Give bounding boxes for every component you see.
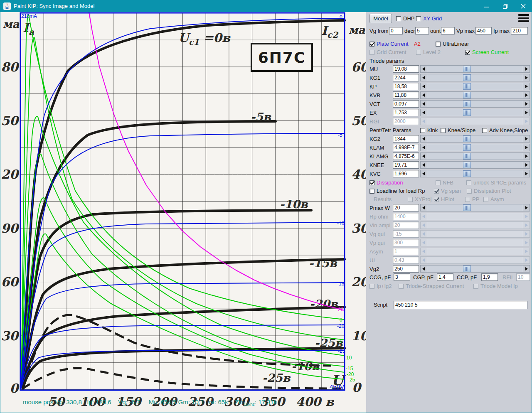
scrollbar-right-arrow[interactable]	[523, 266, 530, 272]
scrollbar-right-arrow[interactable]	[523, 83, 530, 90]
scrollbar-thumb[interactable]	[463, 83, 471, 90]
param-input[interactable]	[393, 152, 419, 160]
close-button[interactable]	[514, 0, 532, 12]
knee-slope-checkbox[interactable]	[441, 128, 446, 133]
minimize-button[interactable]	[478, 0, 496, 12]
scrollbar-right-arrow[interactable]	[523, 170, 530, 177]
param-input[interactable]	[393, 74, 419, 81]
ip-max-input[interactable]	[511, 27, 528, 34]
param-scrollbar[interactable]	[420, 109, 530, 116]
asym-checkbox[interactable]	[483, 197, 488, 202]
param-scrollbar[interactable]	[420, 152, 530, 160]
scrollbar-right-arrow[interactable]	[523, 162, 530, 168]
param-input[interactable]	[393, 256, 419, 264]
param-input[interactable]	[393, 109, 419, 116]
title-bar[interactable]: Paint KIP: Sync Image and Model	[0, 0, 532, 12]
param-input[interactable]	[393, 204, 419, 211]
scrollbar-right-arrow[interactable]	[523, 92, 530, 98]
scrollbar-thumb[interactable]	[463, 170, 471, 177]
param-scrollbar[interactable]	[420, 204, 530, 211]
param-input[interactable]	[393, 135, 419, 143]
ccg-input[interactable]	[394, 273, 410, 281]
scrollbar-thumb[interactable]	[463, 153, 471, 160]
plate-current-checkbox[interactable]	[369, 42, 374, 47]
scrollbar-thumb[interactable]	[463, 66, 471, 72]
scrollbar-right-arrow[interactable]	[523, 101, 530, 107]
param-input[interactable]	[393, 213, 419, 220]
param-scrollbar[interactable]	[420, 161, 530, 169]
xy-grid-checkbox[interactable]	[416, 16, 421, 21]
param-input[interactable]	[393, 239, 419, 246]
param-scrollbar[interactable]	[420, 100, 530, 108]
dissipation-plot-checkbox[interactable]	[467, 189, 472, 194]
param-scrollbar[interactable]	[420, 265, 530, 273]
restore-button[interactable]	[496, 0, 514, 12]
scrollbar-left-arrow[interactable]	[421, 153, 427, 160]
scrollbar-left-arrow[interactable]	[421, 144, 427, 151]
ccp-input[interactable]	[481, 273, 498, 281]
scrollbar-thumb[interactable]	[463, 135, 471, 142]
scrollbar-thumb[interactable]	[463, 204, 471, 211]
scrollbar-right-arrow[interactable]	[523, 144, 530, 151]
hplot-checkbox[interactable]	[434, 197, 439, 202]
param-input[interactable]	[393, 144, 419, 151]
ip-ig2-checkbox[interactable]	[369, 284, 374, 289]
scrollbar-left-arrow[interactable]	[421, 66, 427, 72]
param-scrollbar[interactable]	[420, 170, 530, 177]
param-scrollbar[interactable]	[420, 135, 530, 143]
kink-checkbox[interactable]	[420, 128, 425, 133]
dissipation-checkbox[interactable]	[369, 180, 374, 185]
scrollbar-left-arrow[interactable]	[421, 170, 427, 177]
scrollbar-thumb[interactable]	[463, 74, 471, 81]
scrollbar-left-arrow[interactable]	[421, 92, 427, 98]
param-scrollbar[interactable]	[420, 83, 530, 90]
ultralinear-checkbox[interactable]	[436, 42, 441, 47]
scrollbar-right-arrow[interactable]	[523, 74, 530, 81]
scrollbar-thumb[interactable]	[463, 92, 471, 98]
param-input[interactable]	[393, 83, 419, 90]
scrollbar-right-arrow[interactable]	[523, 204, 530, 211]
pp-checkbox[interactable]	[465, 197, 470, 202]
scrollbar-thumb[interactable]	[463, 266, 471, 272]
scrollbar-thumb[interactable]	[463, 162, 471, 168]
triode-strapped-checkbox[interactable]	[399, 284, 404, 289]
param-input[interactable]	[393, 100, 419, 108]
scrollbar-left-arrow[interactable]	[421, 135, 427, 142]
tube-curves-canvas[interactable]: ма Ia Ic2 ма 180 150 120 90 60 30 0 60 5…	[0, 12, 366, 413]
scrollbar-thumb[interactable]	[463, 144, 471, 151]
param-scrollbar[interactable]	[420, 91, 530, 99]
vp-max-input[interactable]	[475, 27, 492, 34]
scrollbar-left-arrow[interactable]	[421, 74, 427, 81]
model-button[interactable]: Model	[369, 14, 392, 23]
unlock-spice-checkbox[interactable]	[466, 180, 471, 185]
param-input[interactable]	[393, 65, 419, 73]
param-input[interactable]	[393, 248, 419, 255]
scrollbar-left-arrow[interactable]	[421, 204, 427, 211]
loadline-checkbox[interactable]	[369, 189, 374, 194]
scrollbar-right-arrow[interactable]	[523, 135, 530, 142]
scrollbar-thumb[interactable]	[463, 109, 471, 116]
param-input[interactable]	[393, 230, 419, 238]
decr-input[interactable]	[415, 27, 429, 34]
param-input[interactable]	[393, 91, 419, 99]
param-input[interactable]	[393, 265, 419, 273]
script-input[interactable]	[394, 301, 527, 309]
count-input[interactable]	[441, 27, 455, 34]
scrollbar-left-arrow[interactable]	[421, 162, 427, 168]
scrollbar-right-arrow[interactable]	[523, 66, 530, 72]
screen-current-checkbox[interactable]	[465, 50, 470, 55]
nfb-checkbox[interactable]	[436, 180, 441, 185]
param-input[interactable]	[393, 221, 419, 229]
scrollbar-thumb[interactable]	[463, 101, 471, 107]
vg-span-checkbox[interactable]	[434, 189, 439, 194]
scrollbar-left-arrow[interactable]	[421, 83, 427, 90]
param-scrollbar[interactable]	[420, 74, 530, 81]
triode-model-ip-checkbox[interactable]	[473, 284, 478, 289]
adv-knee-checkbox[interactable]	[482, 128, 487, 133]
scrollbar-right-arrow[interactable]	[523, 109, 530, 116]
param-scrollbar[interactable]	[420, 65, 530, 73]
dhp-checkbox[interactable]	[396, 16, 401, 21]
rfil-input[interactable]	[516, 273, 530, 281]
vg-from-input[interactable]	[389, 27, 403, 34]
param-input[interactable]	[393, 161, 419, 169]
